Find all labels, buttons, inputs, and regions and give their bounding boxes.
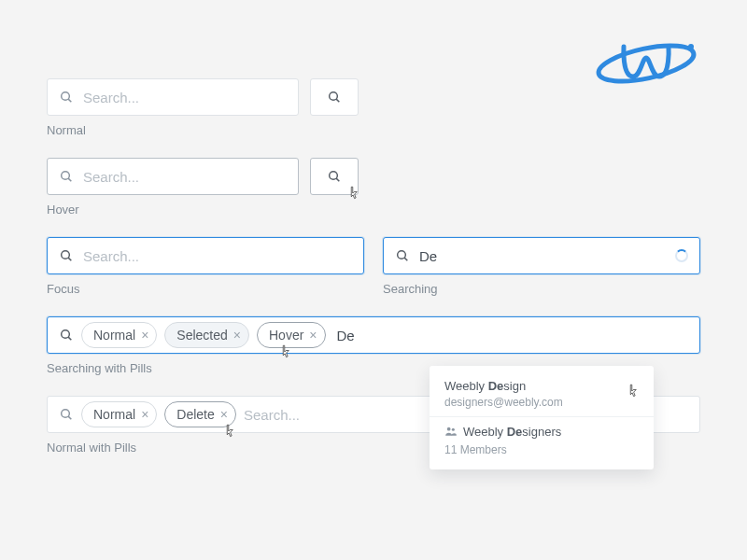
search-box-focus[interactable] <box>47 237 364 274</box>
svg-line-11 <box>68 258 71 260</box>
search-input[interactable] <box>83 169 287 185</box>
state-label-searching: Searching <box>383 282 700 296</box>
state-label-focus: Focus <box>47 282 364 296</box>
state-label-hover: Hover <box>47 203 700 217</box>
svg-point-2 <box>62 92 70 101</box>
dropdown-item-title: Weebly Design <box>444 379 639 393</box>
search-icon <box>59 169 74 184</box>
search-icon <box>59 248 74 263</box>
state-label-normal: Normal <box>47 123 700 137</box>
search-icon <box>59 407 74 422</box>
close-icon[interactable]: × <box>220 408 228 421</box>
search-icon <box>59 328 74 343</box>
search-input[interactable] <box>419 248 666 264</box>
svg-point-10 <box>62 251 70 259</box>
pill-label: Normal <box>93 328 135 343</box>
svg-line-15 <box>68 337 71 340</box>
search-box-searching[interactable] <box>383 237 700 274</box>
pill-label: Normal <box>93 407 135 422</box>
pill-label: Hover <box>269 328 303 343</box>
svg-line-13 <box>404 258 407 260</box>
svg-point-12 <box>398 251 406 259</box>
svg-point-8 <box>330 172 338 180</box>
cursor-icon <box>222 421 239 441</box>
pill-normal[interactable]: Normal × <box>81 401 157 427</box>
search-icon <box>395 248 410 263</box>
dropdown-item-sub: 11 Members <box>444 443 639 456</box>
search-button-hover[interactable] <box>310 158 359 195</box>
svg-line-17 <box>68 416 71 419</box>
svg-point-16 <box>62 410 70 418</box>
search-box-pills-searching[interactable]: Normal × Selected × Hover × <box>47 316 700 354</box>
search-box-normal[interactable] <box>47 78 299 116</box>
search-box-hover[interactable] <box>47 158 299 195</box>
dropdown-item-sub: designers@weebly.com <box>444 396 639 409</box>
users-icon <box>444 425 458 441</box>
cursor-icon <box>346 183 363 203</box>
pill-hover[interactable]: Hover × <box>257 322 326 348</box>
dropdown-item[interactable]: Weebly Designers 11 Members <box>430 416 654 464</box>
dropdown-item-title: Weebly Designers <box>444 425 639 441</box>
close-icon[interactable]: × <box>233 329 241 342</box>
cursor-icon <box>278 342 295 362</box>
close-icon[interactable]: × <box>141 408 148 421</box>
search-input[interactable] <box>83 248 352 264</box>
search-button-normal[interactable] <box>310 78 359 116</box>
svg-point-19 <box>452 428 455 431</box>
pill-normal[interactable]: Normal × <box>81 322 157 348</box>
autocomplete-dropdown: Weebly Design designers@weebly.com Weebl… <box>430 366 654 469</box>
pill-label: Selected <box>176 328 227 343</box>
pill-selected[interactable]: Selected × <box>164 322 249 348</box>
svg-line-5 <box>336 99 339 102</box>
close-icon[interactable]: × <box>141 329 148 342</box>
pill-label: Delete <box>176 407 214 422</box>
search-icon <box>327 169 342 184</box>
svg-point-18 <box>447 427 451 431</box>
close-icon[interactable]: × <box>309 329 317 342</box>
svg-line-3 <box>68 99 71 102</box>
svg-point-6 <box>62 172 70 180</box>
search-icon <box>327 90 342 105</box>
dropdown-item[interactable]: Weebly Design designers@weebly.com <box>430 371 654 416</box>
search-input[interactable] <box>83 90 287 105</box>
spinner-icon <box>675 249 688 262</box>
svg-line-7 <box>68 178 71 181</box>
svg-point-4 <box>330 92 338 101</box>
svg-line-9 <box>336 178 339 181</box>
search-input[interactable] <box>337 328 688 343</box>
pill-delete[interactable]: Delete × <box>164 401 236 427</box>
svg-point-14 <box>62 330 70 339</box>
search-icon <box>59 90 74 105</box>
